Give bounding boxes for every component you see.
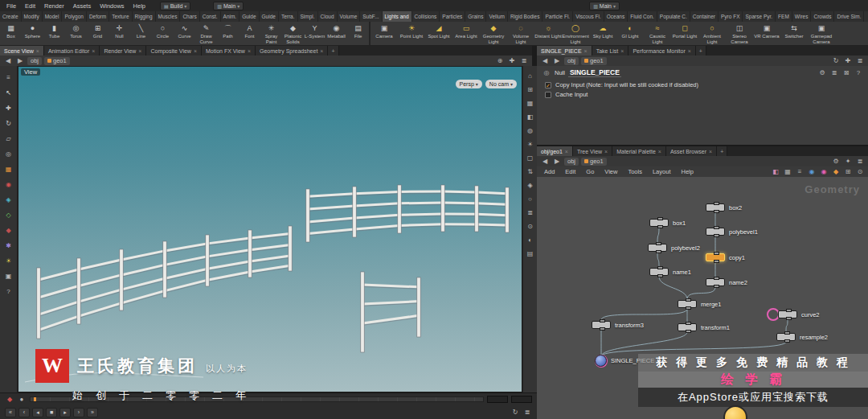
close-tab-icon[interactable]: × [36, 48, 39, 54]
node-name-field[interactable]: SINGLE_PIECE [568, 68, 621, 77]
play-reverse-button[interactable]: ◂ [32, 408, 43, 417]
shelf-tool-font[interactable]: AFont [239, 22, 260, 45]
network-menu-view[interactable]: View [600, 168, 621, 175]
camera-select-button[interactable]: No cam ▾ [485, 80, 517, 88]
menu-render[interactable]: Render [41, 2, 68, 10]
shelf-tool-portal-light[interactable]: ◻Portal Light [671, 22, 698, 45]
close-tab-icon[interactable]: × [584, 48, 588, 54]
node-copy1[interactable]: copy1 [706, 253, 725, 261]
shelf-tool-distant-light[interactable]: ☼Distant Light [534, 22, 562, 45]
network-new-tab-button[interactable]: + [717, 146, 727, 156]
lock-icon[interactable]: ⊠ [841, 68, 851, 77]
pane-options-icon[interactable]: ≣ [855, 56, 865, 66]
network-menu-go[interactable]: Go [582, 168, 598, 175]
menu-edit[interactable]: Edit [22, 2, 39, 10]
scene-tab-animation-editor[interactable]: Animation Editor× [44, 46, 100, 55]
node-transform1[interactable]: transform1 [678, 323, 697, 331]
move-tool-icon[interactable]: ✚ [4, 103, 14, 113]
shelf-tab-simpl[interactable]: Simpl. [298, 11, 318, 22]
close-tab-icon[interactable]: × [709, 149, 712, 154]
node-curve2[interactable]: curve2 [778, 310, 797, 318]
shelf-tool-switcher[interactable]: ⇆Switcher [780, 22, 808, 45]
home-view-icon[interactable]: ⌂ [526, 71, 535, 80]
shelf-tab-subf[interactable]: SubF... [360, 11, 382, 22]
path-node-chip[interactable]: geo1 [581, 57, 607, 65]
stop-button[interactable]: ■ [46, 408, 57, 417]
shelf-tab-pyro-fx[interactable]: Pyro FX [719, 11, 743, 22]
scene-tab-composite-view[interactable]: Composite View× [146, 46, 202, 55]
shelf-tab-cloud[interactable]: Cloud [318, 11, 338, 22]
forward-icon[interactable]: ▶ [552, 157, 562, 166]
shelf-tab-collisions[interactable]: Collisions [412, 11, 440, 22]
network-tab-obj-geo1[interactable]: obj/geo1× [537, 146, 573, 156]
close-tab-icon[interactable]: × [248, 48, 251, 54]
shelf-tool-sky-light[interactable]: ☁Sky Light [589, 22, 616, 45]
node-merge1[interactable]: merge1 [678, 300, 697, 308]
shelf-tool-environment-light[interactable]: ◯Environment Light [562, 22, 589, 45]
shelf-tool-file[interactable]: ▤File [347, 22, 369, 45]
snap-icon[interactable]: ⊞ [843, 167, 853, 177]
find-icon[interactable]: ⊙ [855, 167, 865, 177]
snap-edge-icon[interactable]: ◇ [4, 210, 14, 220]
step-back-button[interactable]: ‹ [18, 408, 30, 417]
node-polybevel1[interactable]: polybevel1 [706, 228, 725, 236]
shelf-tool-vr-camera[interactable]: ▣VR Camera [753, 22, 780, 45]
shelf-tab-fluid-con[interactable]: Fluid Con. [628, 11, 657, 22]
star-icon[interactable]: ✦ [843, 157, 853, 166]
display-flag-icon[interactable]: ◉ [807, 167, 817, 177]
shelf-tab-wires[interactable]: Wires [792, 11, 812, 22]
network-tab-asset-browser[interactable]: Asset Browser× [666, 146, 717, 156]
shaded-view-icon[interactable]: ◧ [526, 112, 535, 121]
scene-tab-geometry-spreadsheet[interactable]: Geometry Spreadsheet× [256, 46, 328, 55]
menu-windows[interactable]: Windows [96, 2, 127, 10]
checkbox-cache-input[interactable] [545, 92, 551, 98]
grid-toggle-icon[interactable]: ⊞ [526, 84, 535, 94]
go-start-button[interactable]: « [5, 408, 16, 417]
camera-toggle-icon[interactable]: ▣ [4, 271, 14, 281]
camera-lock-icon[interactable]: ⊙ [526, 221, 535, 231]
shelf-tab-modify[interactable]: Modify [22, 11, 43, 22]
node-name1[interactable]: name1 [649, 268, 669, 276]
playback-options-button[interactable]: ≣ [522, 408, 532, 417]
shelf-tool-null[interactable]: ✛Null [108, 22, 130, 45]
path-root-chip[interactable]: obj [564, 57, 579, 65]
shelf-tool-platonic-solids[interactable]: ◆Platonic Solids [282, 22, 304, 45]
shelf-tab-viscous-fl[interactable]: Viscous Fl. [573, 11, 604, 22]
scene-tab-render-view[interactable]: Render View× [100, 46, 146, 55]
forward-icon[interactable]: ▶ [552, 56, 562, 66]
close-tab-icon[interactable]: × [658, 149, 661, 154]
menu-assets[interactable]: Assets [70, 2, 95, 10]
shelf-tab-crowds[interactable]: Crowds [811, 11, 834, 22]
shelf-tool-volume-light[interactable]: ◌Volume Light [507, 22, 534, 45]
desktop-selector[interactable]: ▤ Build ▾ [160, 2, 190, 10]
shelf-tab-sparse-pyr[interactable]: Sparse Pyr. [743, 11, 776, 22]
shelf-tool-torus[interactable]: ◎Torus [65, 22, 87, 45]
gear-icon[interactable]: ⚙ [817, 68, 827, 77]
path-node-chip[interactable]: geo1 [44, 57, 70, 65]
two-pane-icon[interactable]: ⇅ [526, 166, 535, 176]
select-cursor-icon[interactable]: ↖ [4, 88, 14, 97]
shelf-tool-circle[interactable]: ○Circle [152, 22, 174, 45]
template-flag-icon[interactable]: ◉ [819, 167, 829, 177]
snap-grid-icon[interactable]: ▦ [4, 164, 14, 174]
close-tab-icon[interactable]: × [320, 48, 323, 54]
shelf-tab-terra[interactable]: Terra. [279, 11, 298, 22]
close-tab-icon[interactable]: × [688, 48, 691, 54]
background-toggle-icon[interactable]: ▢ [526, 153, 535, 162]
back-icon[interactable]: ◀ [540, 157, 550, 166]
shelf-tool-path[interactable]: ⌒Path [217, 22, 239, 45]
node-polybevel2[interactable]: polybevel2 [648, 244, 667, 252]
node-box2[interactable]: box2 [706, 203, 725, 212]
path-root-chip[interactable]: obj [564, 158, 579, 166]
shelf-tab-chars[interactable]: Chars [180, 11, 199, 22]
close-tab-icon[interactable]: × [194, 48, 197, 54]
export-flag-icon[interactable]: ◆ [831, 167, 841, 177]
shelf-tab-guide[interactable]: Guide [240, 11, 259, 22]
color-palette-icon[interactable]: ◧ [771, 167, 780, 177]
go-end-button[interactable]: » [87, 408, 98, 417]
shelf-tool-caustic-light[interactable]: ≈Caustic Light [644, 22, 671, 45]
shelf-tab-deform[interactable]: Deform [87, 11, 109, 22]
layout-selector-left[interactable]: ▥ Main ▾ [213, 2, 244, 10]
shelf-tab-create[interactable]: Create [0, 11, 22, 22]
shelf-tool-tube[interactable]: ▮Tube [43, 22, 65, 45]
